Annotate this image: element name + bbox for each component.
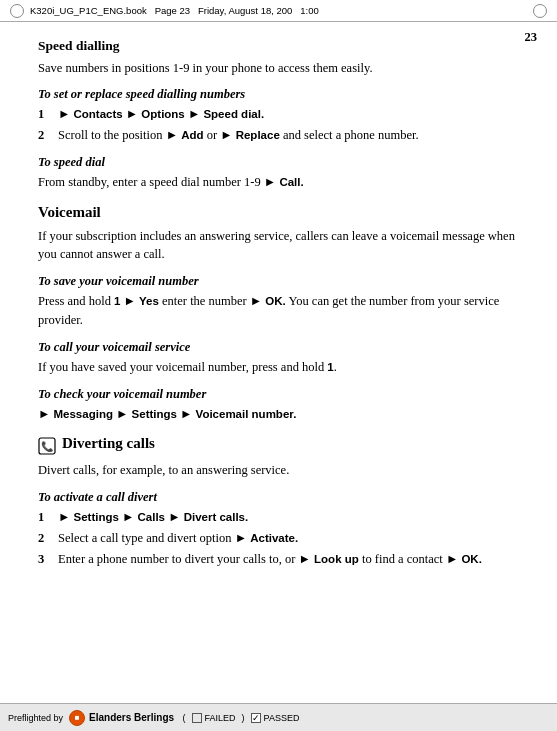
check-number-title: To check your voicemail number [38, 385, 519, 403]
save-number-block: To save your voicemail number Press and … [38, 272, 519, 330]
diverting-calls-body: Divert calls, for example, to an answeri… [38, 461, 519, 480]
call-service-body: If you have saved your voicemail number,… [38, 358, 519, 377]
header-book-ref: K320i_UG_P1C_ENG.book Page 23 Friday, Au… [30, 5, 319, 16]
step-row: 1 ► Contacts ► Options ► Speed dial. [38, 105, 519, 124]
step-number: 3 [38, 550, 52, 569]
preflighted-label: Preflighted by [8, 713, 63, 723]
bottom-logo: ■ Elanders Berlings [69, 710, 174, 726]
failed-label: FAILED [205, 713, 236, 723]
diverting-calls-header: 📞 Diverting calls [38, 433, 519, 458]
top-right-circle-icon [533, 4, 547, 18]
activate-steps: 1 ► Settings ► Calls ► Divert calls. 2 S… [38, 508, 519, 568]
step-content: Enter a phone number to divert your call… [58, 550, 519, 569]
check-number-block: To check your voicemail number ► Messagi… [38, 385, 519, 424]
activate-divert-block: To activate a call divert 1 ► Settings ►… [38, 488, 519, 568]
speed-dial-body: From standby, enter a speed dial number … [38, 173, 519, 192]
passed-label: PASSED [264, 713, 300, 723]
separator: ( [180, 713, 186, 723]
failed-checkbox-group: FAILED [192, 713, 236, 723]
set-replace-title: To set or replace speed dialling numbers [38, 85, 519, 103]
failed-checkbox [192, 713, 202, 723]
check-number-body: ► Messaging ► Settings ► Voicemail numbe… [38, 405, 519, 424]
step-row: 3 Enter a phone number to divert your ca… [38, 550, 519, 569]
step-number: 2 [38, 126, 52, 145]
separator2: ) [242, 713, 245, 723]
step-row: 2 Scroll to the position ► Add or ► Repl… [38, 126, 519, 145]
call-service-title: To call your voicemail service [38, 338, 519, 356]
step-content: Select a call type and divert option ► A… [58, 529, 519, 548]
step-content: ► Contacts ► Options ► Speed dial. [58, 105, 519, 124]
bottom-bar: Preflighted by ■ Elanders Berlings ( FAI… [0, 703, 557, 731]
save-number-body: Press and hold 1 ► Yes enter the number … [38, 292, 519, 330]
company-name: Elanders Berlings [89, 712, 174, 723]
step-row: 1 ► Settings ► Calls ► Divert calls. [38, 508, 519, 527]
speed-dialling-title: Speed dialling [38, 36, 519, 56]
speed-dial-block: To speed dial From standby, enter a spee… [38, 153, 519, 192]
step-row: 2 Select a call type and divert option ►… [38, 529, 519, 548]
step-number: 1 [38, 105, 52, 124]
speed-dialling-body: Save numbers in positions 1-9 in your ph… [38, 59, 519, 78]
step-number: 2 [38, 529, 52, 548]
step-content: Scroll to the position ► Add or ► Replac… [58, 126, 519, 145]
page-number: 23 [525, 30, 538, 45]
set-replace-block: To set or replace speed dialling numbers… [38, 85, 519, 145]
speed-dialling-section: Speed dialling Save numbers in positions… [38, 36, 519, 192]
voicemail-body: If your subscription includes an answeri… [38, 227, 519, 265]
voicemail-title: Voicemail [38, 202, 519, 224]
step-number: 1 [38, 508, 52, 527]
passed-checkbox-group: ✓ PASSED [251, 713, 300, 723]
passed-checkbox: ✓ [251, 713, 261, 723]
top-bar: K320i_UG_P1C_ENG.book Page 23 Friday, Au… [0, 0, 557, 22]
speed-dial-title: To speed dial [38, 153, 519, 171]
diverting-calls-section: 📞 Diverting calls Divert calls, for exam… [38, 433, 519, 568]
top-bar-left: K320i_UG_P1C_ENG.book Page 23 Friday, Au… [10, 4, 319, 18]
save-number-title: To save your voicemail number [38, 272, 519, 290]
svg-text:📞: 📞 [41, 440, 54, 453]
set-replace-steps: 1 ► Contacts ► Options ► Speed dial. 2 S… [38, 105, 519, 145]
activate-divert-title: To activate a call divert [38, 488, 519, 506]
diverting-calls-title: Diverting calls [62, 433, 155, 455]
diverting-calls-icon: 📞 [38, 437, 56, 455]
top-left-circle-icon [10, 4, 24, 18]
step-content: ► Settings ► Calls ► Divert calls. [58, 508, 519, 527]
phone-divert-svg: 📞 [38, 437, 56, 455]
voicemail-section: Voicemail If your subscription includes … [38, 202, 519, 424]
logo-icon: ■ [69, 710, 85, 726]
page-wrapper: K320i_UG_P1C_ENG.book Page 23 Friday, Au… [0, 0, 557, 731]
call-service-block: To call your voicemail service If you ha… [38, 338, 519, 377]
main-content: Speed dialling Save numbers in positions… [0, 22, 557, 592]
